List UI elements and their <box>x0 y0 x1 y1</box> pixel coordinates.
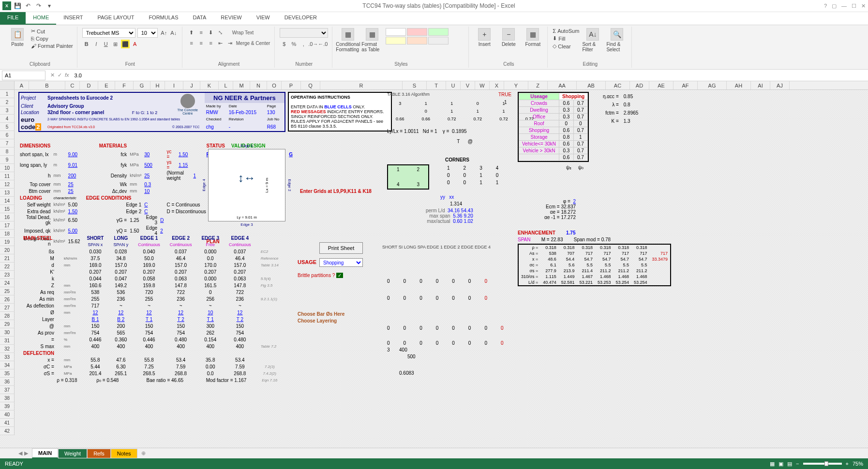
style-neutral[interactable] <box>386 37 406 44</box>
col-header[interactable]: P <box>282 81 301 89</box>
sort-filter-button[interactable]: A↓Sort & Filter <box>582 28 603 52</box>
row-header[interactable]: 7 <box>0 139 15 147</box>
col-header[interactable]: D <box>80 81 98 89</box>
cancel-formula-icon[interactable]: ✕ <box>50 72 55 78</box>
delete-button[interactable]: −Delete <box>498 28 519 47</box>
col-header[interactable]: AG <box>698 81 727 89</box>
redo-icon[interactable]: ↷ <box>34 1 43 10</box>
underline-button[interactable]: U <box>102 40 110 48</box>
row-header[interactable]: 17 <box>0 221 15 230</box>
col-header[interactable]: AA <box>548 81 577 89</box>
zoom-level[interactable]: 75% <box>853 461 863 467</box>
row-header[interactable]: 38 <box>0 394 15 402</box>
paste-button[interactable]: 📋Paste <box>7 28 28 47</box>
row-header[interactable]: 6 <box>0 131 15 139</box>
row-header[interactable]: 19 <box>0 238 15 246</box>
row-header[interactable]: 8 <box>0 147 15 156</box>
row-header[interactable]: 42 <box>0 427 15 435</box>
find-select-button[interactable]: 🔍Find & Select <box>606 28 628 52</box>
col-header[interactable]: G <box>134 81 150 89</box>
name-box[interactable] <box>2 71 45 80</box>
align-right-icon[interactable]: ≡ <box>207 39 215 47</box>
row-header[interactable]: 36 <box>0 378 15 386</box>
col-header[interactable]: B <box>29 81 65 89</box>
style-bad[interactable] <box>407 28 427 36</box>
col-header[interactable]: T <box>427 81 446 89</box>
row-header[interactable]: 15 <box>0 205 15 213</box>
row-header[interactable]: 39 <box>0 402 15 410</box>
row-header[interactable]: 11 <box>0 172 15 180</box>
row-header[interactable]: 18 <box>0 230 15 238</box>
row-header[interactable]: 41 <box>0 419 15 427</box>
sheet-tab-main[interactable]: MAIN <box>32 448 58 458</box>
cut-button[interactable]: ✂Cut <box>31 28 73 34</box>
select-all-corner[interactable] <box>0 81 15 89</box>
row-header[interactable]: 4 <box>0 115 15 123</box>
ribbon-options-icon[interactable]: ▢ <box>832 3 837 9</box>
style-check[interactable] <box>428 37 449 44</box>
row-header[interactable]: 34 <box>0 361 15 369</box>
worksheet[interactable]: 1234567891011121314151617181920212223242… <box>0 90 868 453</box>
save-icon[interactable]: 💾 <box>13 1 22 10</box>
row-header[interactable]: 16 <box>0 213 15 221</box>
col-header[interactable]: Y <box>504 81 528 89</box>
tab-review[interactable]: REVIEW <box>213 12 249 25</box>
col-header[interactable]: O <box>267 81 282 89</box>
align-top-icon[interactable]: ⬆ <box>187 28 196 37</box>
comma-icon[interactable]: , <box>299 40 308 48</box>
row-header[interactable]: 14 <box>0 197 15 205</box>
format-button[interactable]: ▦Format <box>522 28 543 47</box>
new-sheet-button[interactable]: ⊕ <box>137 450 150 456</box>
row-header[interactable]: 21 <box>0 254 15 263</box>
font-size-select[interactable]: 10 <box>137 28 158 38</box>
tab-pagelayout[interactable]: PAGE LAYOUT <box>90 12 141 25</box>
zoom-out-button[interactable]: − <box>796 461 799 467</box>
italic-button[interactable]: I <box>92 40 101 48</box>
merge-button[interactable]: Merge & Center <box>236 39 271 47</box>
col-header[interactable]: AB <box>577 81 606 89</box>
col-header[interactable]: M <box>233 81 250 89</box>
col-header[interactable]: R <box>320 81 403 89</box>
col-header[interactable]: N <box>250 81 267 89</box>
col-header[interactable]: C <box>65 81 80 89</box>
zoom-in-button[interactable]: + <box>846 461 849 467</box>
col-header[interactable]: X <box>490 81 504 89</box>
print-sheet-button[interactable]: Print Sheet <box>319 242 363 254</box>
format-table-button[interactable]: ▦Format as Table <box>361 28 383 52</box>
row-header[interactable]: 23 <box>0 271 15 279</box>
col-header[interactable]: A <box>15 81 29 89</box>
col-header[interactable]: Q <box>301 81 320 89</box>
col-header[interactable]: AH <box>727 81 751 89</box>
col-header[interactable]: AE <box>649 81 673 89</box>
col-header[interactable]: F <box>115 81 134 89</box>
grow-font-icon[interactable]: A↑ <box>160 29 168 37</box>
fill-button[interactable]: ⬇Fill <box>553 35 579 42</box>
currency-icon[interactable]: $ <box>280 40 288 48</box>
cond-format-button[interactable]: ▦Conditional Formatting <box>337 28 359 52</box>
row-header[interactable]: 22 <box>0 263 15 271</box>
row-header[interactable]: 30 <box>0 328 15 337</box>
col-header[interactable]: U <box>446 81 461 89</box>
row-header[interactable]: 12 <box>0 180 15 189</box>
row-header[interactable]: 26 <box>0 295 15 304</box>
row-header[interactable]: 3 <box>0 106 15 115</box>
tab-data[interactable]: DATA <box>186 12 214 25</box>
view-break-icon[interactable]: ▤ <box>787 461 792 467</box>
dec-decimal-icon[interactable]: ←.0 <box>318 40 327 48</box>
indent-inc-icon[interactable]: ⇥ <box>226 39 235 47</box>
usage-select[interactable]: Shopping <box>319 258 363 267</box>
autosum-button[interactable]: ΣAutoSum <box>553 28 579 34</box>
row-header[interactable]: 9 <box>0 156 15 164</box>
border-button[interactable]: ⊞ <box>111 40 120 48</box>
col-header[interactable]: J <box>183 81 200 89</box>
row-header[interactable]: 28 <box>0 312 15 320</box>
col-header[interactable]: AD <box>630 81 649 89</box>
align-center-icon[interactable]: ≡ <box>197 39 206 47</box>
enter-formula-icon[interactable]: ✓ <box>58 72 62 78</box>
row-header[interactable]: 27 <box>0 304 15 312</box>
sheet-tab-notes[interactable]: Notes <box>111 449 137 458</box>
view-normal-icon[interactable]: ▦ <box>770 461 775 467</box>
col-header[interactable]: AF <box>673 81 698 89</box>
tab-formulas[interactable]: FORMULAS <box>141 12 185 25</box>
zoom-slider[interactable] <box>803 463 842 465</box>
